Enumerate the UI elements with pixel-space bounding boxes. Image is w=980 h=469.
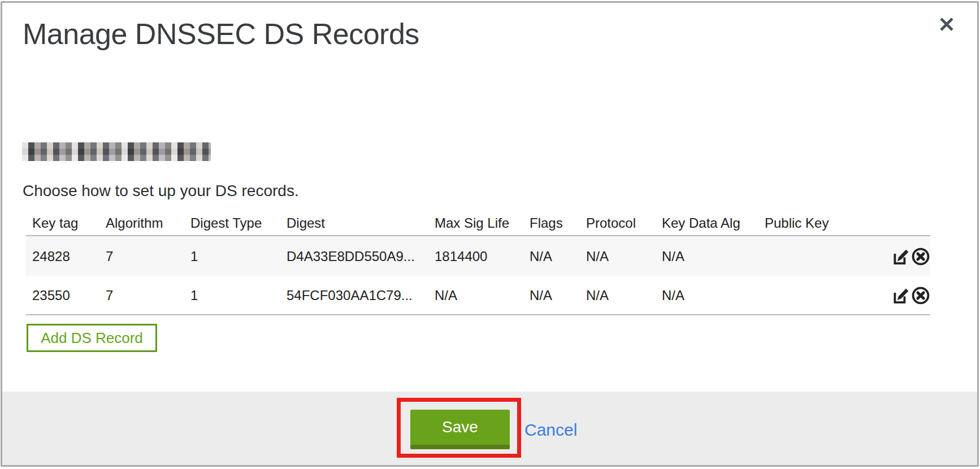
cell-max-sig-life: 1814400 <box>435 236 530 276</box>
column-header-max-sig-life: Max Sig Life <box>435 211 530 236</box>
dialog-subtitle: Choose how to set up your DS records. <box>23 182 299 200</box>
cell-key-data-alg: N/A <box>662 236 765 276</box>
table-row: 23550 7 1 54FCF030AA1C79... N/A N/A N/A … <box>26 276 930 315</box>
cell-algorithm: 7 <box>106 276 190 315</box>
cell-key-data-alg: N/A <box>662 276 765 315</box>
column-header-key-tag: Key tag <box>26 211 106 236</box>
cell-digest-type: 1 <box>190 276 287 315</box>
cell-key-tag: 24828 <box>26 236 106 276</box>
table-header-row: Key tag Algorithm Digest Type Digest Max… <box>26 211 930 236</box>
column-header-actions <box>853 211 930 236</box>
domain-name-redacted <box>22 142 211 161</box>
cell-digest-type: 1 <box>190 236 287 276</box>
delete-icon[interactable] <box>911 286 930 305</box>
cell-protocol: N/A <box>586 276 662 315</box>
cell-digest: D4A33E8DD550A9... <box>287 236 435 276</box>
column-header-digest: Digest <box>287 211 435 236</box>
edit-icon[interactable] <box>891 247 910 266</box>
cell-public-key <box>765 276 853 315</box>
save-button[interactable]: Save <box>410 410 510 449</box>
delete-icon[interactable] <box>911 247 930 266</box>
column-header-algorithm: Algorithm <box>106 211 190 236</box>
cell-actions <box>853 236 930 276</box>
column-header-key-data-alg: Key Data Alg <box>662 211 765 236</box>
close-icon <box>937 26 956 36</box>
cell-max-sig-life: N/A <box>435 276 530 315</box>
dnssec-dialog: Manage DNSSEC DS Records Choose how to s… <box>0 0 980 469</box>
add-ds-record-button[interactable]: Add DS Record <box>27 324 157 352</box>
close-button[interactable] <box>937 15 956 34</box>
cell-flags: N/A <box>530 276 586 315</box>
column-header-protocol: Protocol <box>586 211 662 236</box>
cell-flags: N/A <box>530 236 586 276</box>
cancel-link[interactable]: Cancel <box>524 420 577 440</box>
table-row: 24828 7 1 D4A33E8DD550A9... 1814400 N/A … <box>26 236 930 276</box>
column-header-public-key: Public Key <box>765 211 853 236</box>
edit-icon[interactable] <box>891 286 910 305</box>
cell-protocol: N/A <box>586 236 662 276</box>
column-header-flags: Flags <box>530 211 586 236</box>
cell-digest: 54FCF030AA1C79... <box>287 276 435 315</box>
cell-public-key <box>765 236 853 276</box>
cell-algorithm: 7 <box>106 236 190 276</box>
cell-actions <box>853 276 930 315</box>
column-header-digest-type: Digest Type <box>190 211 287 236</box>
ds-records-table: Key tag Algorithm Digest Type Digest Max… <box>26 211 930 315</box>
cell-key-tag: 23550 <box>26 276 106 315</box>
page-title: Manage DNSSEC DS Records <box>23 17 419 51</box>
